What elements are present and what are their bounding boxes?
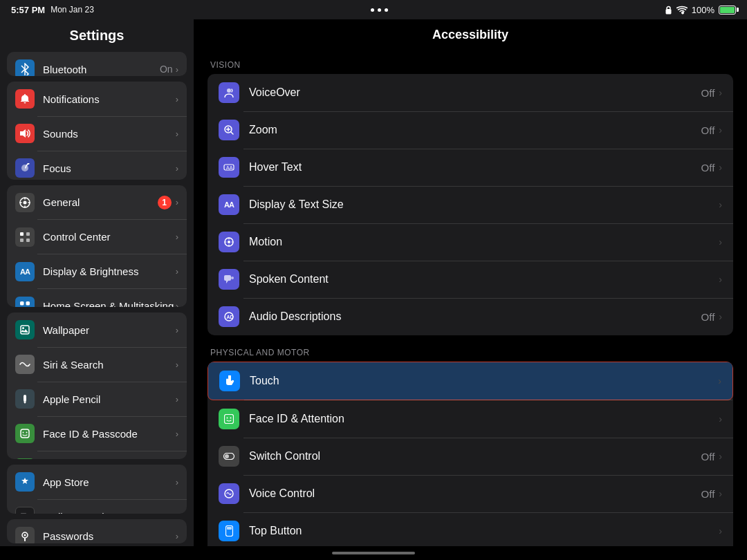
audiodescriptions-icon: AD [219, 306, 239, 327]
wallpaper-icon [15, 320, 35, 339]
svg-point-50 [225, 454, 229, 458]
svg-point-30 [24, 534, 26, 536]
row-switchcontrol[interactable]: Switch Control Off › [208, 438, 733, 475]
svg-rect-41 [224, 275, 231, 281]
sidebar-label-bluetooth: Bluetooth [43, 64, 160, 75]
faceidattention-chevron: › [719, 413, 722, 424]
motion-label: Motion [249, 236, 719, 248]
row-spokencontent[interactable]: Spoken Content › [208, 261, 733, 298]
panel-title: Accessibility [194, 19, 747, 49]
row-hovertext[interactable]: AA Hover Text Off › [208, 149, 733, 186]
voiceover-icon [219, 82, 239, 103]
sidebar-label-displaybrightness: Display & Brightness [43, 265, 176, 277]
voicecontrol-value: Off [701, 488, 715, 500]
sidebar-label-wallet: Wallet & Apple Pay [43, 511, 176, 514]
sidebar-item-notifications[interactable]: Notifications › [7, 82, 187, 116]
sidebar-group-bluetooth: Bluetooth On › [7, 52, 187, 76]
passwords-chevron: › [176, 531, 178, 541]
sidebar-label-wallpaper: Wallpaper [43, 324, 176, 336]
sirisearch-icon [15, 355, 35, 374]
faceid-chevron: › [176, 429, 178, 439]
svg-rect-53 [227, 527, 232, 530]
status-date: Mon Jan 23 [50, 5, 94, 15]
touch-chevron: › [718, 375, 721, 386]
motion-icon [219, 232, 239, 252]
applepencil-icon [15, 389, 35, 409]
spokencontent-chevron: › [719, 274, 722, 285]
wifi-icon [676, 6, 688, 15]
svg-point-20 [23, 432, 24, 433]
switchcontrol-label: Switch Control [249, 450, 701, 463]
status-right: 100% [665, 5, 736, 15]
voicecontrol-icon [219, 483, 239, 504]
appstore-icon [15, 472, 35, 492]
sidebar-item-applepencil[interactable]: Apple Pencil › [7, 382, 187, 416]
svg-marker-1 [20, 129, 26, 138]
row-voicecontrol[interactable]: Voice Control Off › [208, 475, 733, 512]
wallet-chevron: › [176, 512, 178, 514]
home-bar [332, 552, 415, 554]
row-zoom[interactable]: Zoom Off › [208, 111, 733, 149]
faceidattention-icon [219, 409, 239, 429]
hovertext-chevron: › [719, 162, 722, 173]
status-time: 5:57 PM [11, 5, 45, 15]
row-touch[interactable]: Touch › [208, 362, 733, 400]
row-motion[interactable]: Motion › [208, 223, 733, 261]
row-faceidattention[interactable]: Face ID & Attention › [208, 400, 733, 438]
appstore-chevron: › [176, 477, 178, 487]
zoom-icon [219, 120, 239, 140]
sidebar-item-sounds[interactable]: Sounds › [7, 116, 187, 151]
sidebar-label-focus: Focus [43, 162, 176, 174]
sidebar-item-bluetooth[interactable]: Bluetooth On › [7, 52, 187, 76]
voiceover-chevron: › [719, 87, 722, 98]
home-indicator [0, 546, 747, 560]
sidebar-label-applepencil: Apple Pencil [43, 393, 176, 405]
svg-rect-31 [24, 538, 26, 541]
battery-percent: 100% [692, 5, 714, 15]
svg-rect-17 [24, 395, 26, 402]
sidebar-item-displaybrightness[interactable]: AA Display & Brightness › [7, 254, 187, 289]
voicecontrol-chevron: › [719, 488, 722, 499]
sidebar-label-controlcenter: Control Center [43, 231, 176, 243]
sidebar-item-general[interactable]: General 1 › [7, 185, 187, 220]
sidebar-item-controlcenter[interactable]: Control Center › [7, 220, 187, 254]
bluetooth-icon [15, 59, 35, 76]
svg-rect-7 [26, 232, 30, 236]
audiodescriptions-chevron: › [719, 311, 722, 322]
sidebar-item-focus[interactable]: Focus › [7, 151, 187, 179]
row-displaytextsize[interactable]: AA Display & Text Size › [208, 186, 733, 223]
svg-marker-18 [24, 402, 26, 404]
sidebar-item-battery[interactable]: Battery › [7, 451, 187, 459]
wallpaper-chevron: › [176, 325, 178, 335]
sidebar-item-sirisearch[interactable]: Siri & Search › [7, 347, 187, 382]
touch-label: Touch [250, 375, 718, 387]
sidebar-item-passwords[interactable]: Passwords › [7, 519, 187, 543]
sidebar-title: Settings [0, 19, 194, 49]
sidebar-item-faceid[interactable]: Face ID & Passcode › [7, 416, 187, 451]
voicecontrol-label: Voice Control [249, 487, 701, 500]
sidebar-item-wallpaper[interactable]: Wallpaper › [7, 312, 187, 347]
zoom-label: Zoom [249, 124, 701, 136]
sidebar-item-appstore[interactable]: App Store › [7, 465, 187, 499]
audiodescriptions-label: Audio Descriptions [249, 310, 701, 323]
bluetooth-value: On [160, 64, 173, 75]
sidebar-group-general: General 1 › Control Center › [7, 185, 187, 308]
general-icon [15, 193, 35, 212]
row-voiceover[interactable]: VoiceOver Off › [208, 74, 733, 111]
spokencontent-icon [219, 269, 239, 290]
row-audiodescriptions[interactable]: AD Audio Descriptions Off › [208, 298, 733, 335]
sidebar-item-wallet[interactable]: Wallet & Apple Pay › [7, 499, 187, 514]
svg-rect-46 [225, 415, 234, 424]
svg-rect-9 [26, 239, 30, 242]
right-panel: Accessibility VISION VoiceOver Off [194, 19, 747, 546]
status-dots [371, 8, 388, 12]
sidebar-group-wallpaper: Wallpaper › Siri & Search › [7, 312, 187, 459]
displaytextsize-chevron: › [719, 199, 722, 210]
row-topbutton[interactable]: Top Button › [208, 512, 733, 546]
panel-content: VISION VoiceOver Off › [194, 49, 747, 546]
svg-rect-28 [21, 513, 26, 514]
sidebar-item-homescreen[interactable]: Home Screen & Multitasking › [7, 289, 187, 308]
motion-chevron: › [719, 236, 722, 248]
svg-point-47 [227, 418, 228, 419]
sidebar-label-passwords: Passwords [43, 530, 176, 542]
